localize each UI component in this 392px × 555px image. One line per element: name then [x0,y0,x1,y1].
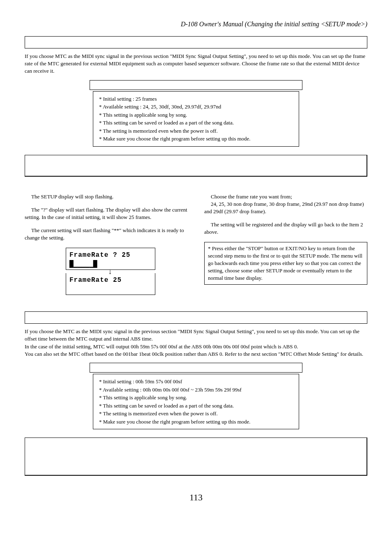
note-line: * Make sure you choose the right program… [99,135,293,143]
lcd-text: FrameRate ? 25 [69,251,152,260]
right-column: Choose the frame rate you want from; 24,… [204,193,367,295]
two-column-section: The SETUP display will stop flashing. Th… [25,193,367,295]
empty-box-1 [25,155,367,177]
left-p1: The SETUP display will stop flashing. [25,193,188,200]
right-note-box: * Press either the "STOP" button or EXIT… [204,242,367,285]
note-line: * Available setting : 00h 00m 00s 00f 00… [99,386,293,394]
lcd-text: FrameRate 25 [69,276,152,285]
info-outer-1 [90,80,302,90]
page-header: D-108 Owner's Manual (Changing the initi… [25,21,367,28]
page-number: 113 [25,492,367,503]
note-line: * Make sure you choose the right program… [99,418,293,426]
empty-box-2 [25,438,367,476]
note-line: * This setting can be saved or loaded as… [99,402,293,410]
right-p1a: Choose the frame rate you want from; [204,193,367,200]
section1-intro: If you choose MTC as the MIDI sync signa… [25,53,367,75]
section2-intro: If you choose the MTC as the MIDI sync s… [25,328,367,358]
lcd-blocks-empty [69,285,152,291]
right-p2: The setting will be registered and the d… [204,221,367,236]
right-p1b: 24, 25, 30 non drop frame, 30 drop frame… [204,200,367,215]
lcd-blocks: █▁▁▁▁▁█ [69,260,152,266]
note-line: * This setting is applicable song by son… [99,111,293,119]
section-title-box-2 [25,311,367,324]
left-column: The SETUP display will stop flashing. Th… [25,193,188,295]
note-line: * This setting can be saved or loaded as… [99,119,293,127]
section-title-box-1 [25,36,367,48]
note-line: * Initial setting : 25 frames [99,95,293,103]
note-line: * The setting is memorized even when the… [99,127,293,135]
note-line: * Available setting : 24, 25, 30df, 30nd… [99,103,293,111]
left-p2: The "?" display will start flashing. The… [25,206,188,221]
note-line: * This setting is applicable song by son… [99,394,293,402]
info-inner-1: * Initial setting : 25 frames * Availabl… [93,91,299,147]
info-inner-2: * Initial setting : 00h 59m 57s 00f 00sf… [93,374,299,429]
note-line: * Initial setting : 00h 59m 57s 00f 00sf [99,378,293,386]
lcd-container: FrameRate ? 25 █▁▁▁▁▁█ ↓ FrameRate 25 [66,248,188,295]
left-p3: The current setting will start flashing … [25,227,188,242]
info-outer-2 [90,363,302,373]
lcd-display-2: FrameRate 25 [66,273,155,295]
note-line: * The setting is memorized even when the… [99,410,293,418]
lcd-display-1: FrameRate ? 25 █▁▁▁▁▁█ [66,248,155,270]
